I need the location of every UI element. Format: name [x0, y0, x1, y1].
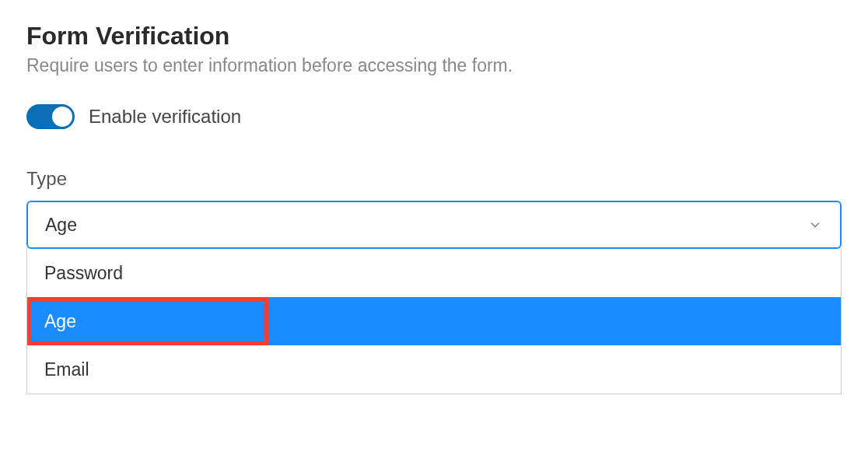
type-option-password[interactable]: Password [27, 249, 841, 297]
type-field-label: Type [26, 168, 842, 190]
page-title: Form Verification [26, 22, 842, 51]
enable-verification-toggle[interactable] [26, 104, 75, 129]
type-option-age[interactable]: Age [27, 297, 841, 345]
option-label: Email [44, 359, 89, 380]
option-label: Age [44, 311, 76, 332]
enable-verification-row: Enable verification [26, 104, 842, 129]
enable-verification-label: Enable verification [89, 106, 241, 128]
type-select-value: Age [45, 215, 77, 236]
chevron-down-icon [807, 217, 823, 233]
type-select[interactable]: Age [26, 201, 842, 249]
type-option-email[interactable]: Email [27, 345, 841, 394]
toggle-knob [52, 107, 72, 127]
type-dropdown: Password Age Email [26, 249, 842, 394]
option-label: Password [44, 263, 123, 284]
page-subtitle: Require users to enter information befor… [26, 55, 842, 76]
